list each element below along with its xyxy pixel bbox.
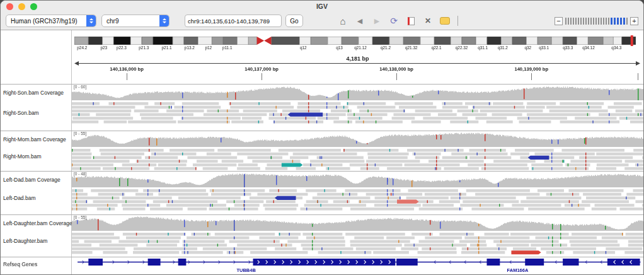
maximize-button[interactable]: [30, 3, 37, 10]
track-label[interactable]: Left-Dad.bam Coverage: [3, 177, 60, 183]
track-label[interactable]: Left-Daughter.bam Coverage: [3, 220, 72, 226]
region-of-interest-icon[interactable]: [405, 15, 417, 26]
coverage-range-label: [0 - 60]: [74, 85, 86, 89]
igv-window: IGV Human (GRCh37/hg19) chr9 Go ⌂ ◀ ▶ ⟳ …: [0, 0, 644, 275]
zoom-tick[interactable]: [623, 18, 625, 25]
track-content: [0 - 60]: [72, 85, 643, 131]
track-label[interactable]: Left-Dad.bam: [3, 195, 36, 201]
zoom-tick[interactable]: [620, 18, 622, 25]
track-name-panel: Left-Daughter.bam Coverage Left-Daughter…: [1, 215, 72, 257]
header-name-panel: [1, 30, 72, 84]
zoom-tick[interactable]: [570, 18, 572, 25]
speech-bubble-icon: [440, 17, 450, 25]
zoom-tick[interactable]: [617, 18, 619, 25]
toolbar-icons: ⌂ ◀ ▶ ⟳ ✕: [337, 15, 458, 26]
track-label[interactable]: Refseq Genes: [3, 261, 37, 267]
track-content: [0 - 55]: [72, 215, 643, 257]
zoom-tick[interactable]: [573, 18, 574, 25]
track-label[interactable]: Right-Son.bam Coverage: [3, 90, 64, 96]
go-button[interactable]: Go: [285, 15, 303, 27]
tooltip-toggle-icon[interactable]: [439, 15, 451, 26]
zoom-tick[interactable]: [626, 18, 628, 25]
coverage-range-label: [0 - 55]: [74, 131, 86, 136]
track-content: [0 - 55]: [72, 131, 643, 171]
track-name-panel: Left-Dad.bam Coverage Left-Dad.bam: [1, 172, 72, 214]
window-controls: [6, 3, 37, 10]
track-group-right-son: Right-Son.bam Coverage Right-Son.bam [0 …: [1, 84, 643, 131]
zoom-tick[interactable]: [575, 18, 577, 25]
main-area: p24.2p23p22.3p21.3p21.1p13.2p12p11.1q12q…: [1, 30, 643, 274]
zoom-control: − +: [555, 17, 638, 25]
zoom-tick[interactable]: [580, 18, 582, 25]
coverage-range-label: [0 - 55]: [74, 215, 86, 219]
zoom-out-button[interactable]: −: [555, 17, 563, 25]
zoom-tick[interactable]: [593, 18, 594, 25]
forward-icon[interactable]: ▶: [371, 15, 382, 26]
zoom-tick[interactable]: [578, 18, 579, 25]
genome-select-value: Human (GRCh37/hg19): [11, 18, 78, 25]
zoom-tick[interactable]: [614, 18, 616, 25]
home-icon[interactable]: ⌂: [337, 15, 348, 26]
toolbar: Human (GRCh37/hg19) chr9 Go ⌂ ◀ ▶ ⟳ ✕ − …: [1, 12, 643, 30]
track-label[interactable]: Left-Daughter.bam: [3, 238, 47, 244]
zoom-tick[interactable]: [595, 18, 597, 25]
zoom-tick[interactable]: [583, 18, 584, 25]
track-content: TUBB4BFAM166A: [72, 257, 643, 274]
locus-header[interactable]: p24.2p23p22.3p21.3p21.1p13.2p12p11.1q12q…: [72, 30, 643, 84]
zoom-tick[interactable]: [585, 18, 587, 25]
track-label[interactable]: Right-Mom.bam Coverage: [3, 136, 66, 143]
zoom-in-button[interactable]: +: [630, 17, 638, 25]
zoom-tick[interactable]: [603, 18, 604, 25]
titlebar: IGV: [1, 1, 643, 12]
coverage-range-label: [0 - 48]: [74, 172, 86, 176]
region-page-icon: [408, 17, 415, 25]
zoom-tick[interactable]: [565, 18, 566, 25]
alignment-track[interactable]: [72, 172, 643, 214]
zoom-tick[interactable]: [588, 18, 589, 25]
zoom-tick[interactable]: [568, 18, 569, 25]
alignment-track[interactable]: [72, 131, 643, 171]
fit-to-window-icon[interactable]: ✕: [422, 15, 434, 26]
track-name-panel: Right-Mom.bam Coverage Right-Mom.bam: [1, 131, 72, 171]
window-title: IGV: [1, 1, 643, 12]
chromosome-select[interactable]: chr9: [101, 15, 170, 27]
toolbar-separator: [457, 16, 458, 26]
minimize-button[interactable]: [18, 3, 25, 10]
zoom-tick[interactable]: [598, 18, 599, 25]
track-label[interactable]: Right-Son.bam: [3, 110, 39, 116]
select-stepper-icon: [86, 15, 96, 26]
chromosome-select-value: chr9: [106, 18, 118, 25]
select-stepper-icon: [159, 15, 169, 26]
zoom-tick[interactable]: [608, 18, 609, 25]
track-group-left-dad: Left-Dad.bam Coverage Left-Dad.bam [0 - …: [1, 171, 643, 214]
track-name-panel: Right-Son.bam Coverage Right-Son.bam: [1, 85, 72, 131]
alignment-track[interactable]: [72, 215, 643, 257]
track-content: [0 - 48]: [72, 172, 643, 214]
track-group-right-mom: Right-Mom.bam Coverage Right-Mom.bam [0 …: [1, 131, 643, 171]
refresh-icon[interactable]: ⟳: [388, 15, 400, 26]
track-group-left-daughter: Left-Daughter.bam Coverage Left-Daughter…: [1, 214, 643, 257]
ruler-span-label: 4,181 bp: [346, 56, 369, 62]
genome-select[interactable]: Human (GRCh37/hg19): [6, 15, 96, 27]
gene-track[interactable]: [72, 257, 643, 274]
zoom-tick[interactable]: [606, 18, 607, 25]
track-name-panel: Refseq Genes: [1, 257, 72, 274]
zoom-tick[interactable]: [601, 18, 602, 25]
zoom-slider[interactable]: [565, 18, 628, 25]
zoom-tick[interactable]: [611, 18, 612, 25]
zoom-tick[interactable]: [590, 18, 592, 25]
close-button[interactable]: [6, 3, 13, 10]
track-label[interactable]: Right-Mom.bam: [3, 153, 41, 160]
alignment-track[interactable]: [72, 85, 643, 131]
refseq-genes-panel: Refseq Genes TUBB4BFAM166A: [1, 257, 643, 274]
header-panel: p24.2p23p22.3p21.3p21.1p13.2p12p11.1q12q…: [1, 30, 643, 84]
back-icon[interactable]: ◀: [354, 15, 365, 26]
locus-input[interactable]: [185, 15, 282, 27]
